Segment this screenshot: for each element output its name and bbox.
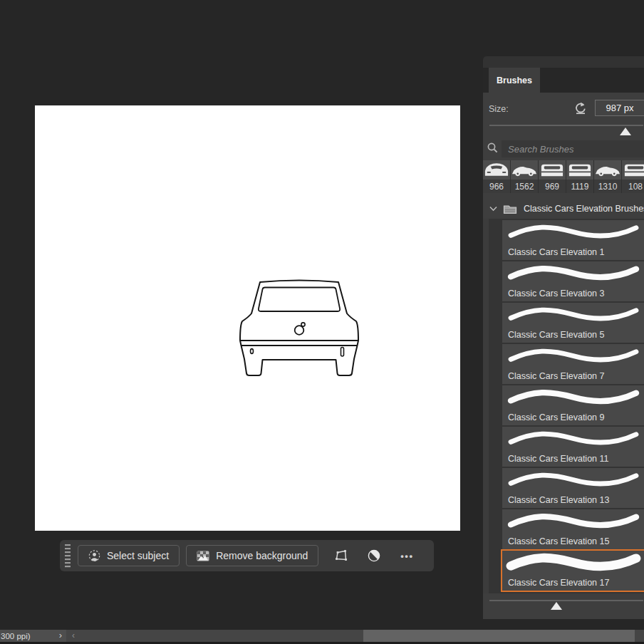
brush-list-item[interactable]: Classic Cars Elevation 17 [502, 551, 644, 591]
brush-thumbnail-car-image [594, 160, 621, 180]
brush-thumbnail-size: 969 [539, 180, 566, 193]
brush-stroke-preview [504, 262, 643, 286]
reset-size-button[interactable] [573, 101, 586, 115]
brush-thumbnail-size: 1119 [566, 180, 593, 193]
brush-size-input[interactable] [595, 100, 644, 116]
taskbar-drag-handle-icon[interactable] [64, 543, 71, 568]
remove-background-button[interactable]: Remove background [186, 545, 318, 566]
folder-icon [503, 204, 517, 214]
tab-brushes-label: Brushes [497, 76, 532, 85]
panel-tab-bar: Brushes [483, 68, 644, 93]
brush-stroke-preview [504, 427, 643, 451]
preview-size-slider-thumb[interactable] [551, 602, 562, 610]
brush-thumbnail[interactable]: 1119 [566, 160, 593, 193]
brush-list-item[interactable]: Classic Cars Elevation 1 [502, 220, 644, 260]
brush-stroke-preview [504, 510, 643, 534]
brush-list-item[interactable]: Classic Cars Elevation 3 [502, 261, 644, 301]
status-flyout-chevron-icon[interactable]: › [59, 630, 62, 641]
brush-thumbnail-car-image [566, 160, 593, 180]
brush-thumbnail-car-image [483, 160, 510, 180]
remove-background-label: Remove background [216, 550, 308, 561]
search-icon [487, 142, 499, 157]
brush-item-label: Classic Cars Elevation 15 [508, 536, 609, 546]
brush-item-label: Classic Cars Elevation 11 [508, 454, 609, 464]
brushes-panel: Brushes Size: [483, 56, 644, 619]
transform-quad-icon [334, 549, 348, 563]
brush-group-header[interactable]: Classic Cars Elevation Brushes [483, 199, 644, 219]
select-subject-button[interactable]: Select subject [78, 545, 180, 566]
brush-thumbnail[interactable]: 966 [483, 160, 510, 193]
select-subject-person-icon [88, 550, 100, 562]
brush-stroke-preview [504, 386, 643, 410]
brush-thumbnail-size: 108 [622, 180, 644, 193]
search-input[interactable] [502, 140, 644, 157]
brush-thumbnail-car-image [539, 160, 566, 180]
brush-list-item[interactable]: Classic Cars Elevation 13 [502, 468, 644, 508]
contextual-taskbar: Select subject Remove background [60, 540, 434, 571]
document-canvas[interactable] [35, 105, 460, 531]
brush-list-item[interactable]: Classic Cars Elevation 9 [502, 385, 644, 425]
brush-item-label: Classic Cars Elevation 5 [508, 330, 604, 340]
brush-item-label: Classic Cars Elevation 7 [508, 371, 604, 381]
brush-thumbnail-size: 966 [483, 180, 510, 193]
brush-stroke-preview [504, 551, 643, 575]
adjustments-button[interactable] [358, 549, 390, 563]
brush-thumbnail-size: 1310 [594, 180, 621, 193]
brush-list-item[interactable]: Classic Cars Elevation 7 [502, 344, 644, 384]
half-filled-circle-icon [367, 549, 381, 563]
document-info-text: 300 ppi) [1, 632, 31, 640]
brush-group-label: Classic Cars Elevation Brushes [524, 204, 644, 214]
more-options-button[interactable]: ••• [390, 551, 423, 561]
brush-thumbnail-car-image [622, 160, 644, 180]
brush-stroke-preview [504, 303, 643, 327]
brush-thumbnail-size: 1562 [511, 180, 538, 193]
preview-size-slider[interactable] [489, 600, 643, 601]
size-label: Size: [489, 104, 509, 114]
brush-size-slider-thumb[interactable] [620, 128, 631, 135]
panel-header-strip [483, 56, 644, 68]
brush-item-label: Classic Cars Elevation 17 [508, 578, 609, 588]
document-info-segment: 300 ppi) › [0, 630, 66, 642]
scroll-left-icon[interactable]: ‹ [72, 630, 75, 641]
brush-thumbnail-car-image [511, 160, 538, 180]
brush-stroke-preview [504, 221, 643, 244]
car-rear-outline-drawing [239, 276, 360, 380]
chevron-down-icon[interactable] [489, 206, 497, 212]
remove-background-image-icon [197, 551, 209, 561]
brush-stroke-preview [504, 469, 643, 492]
select-subject-label: Select subject [107, 550, 169, 561]
brush-item-label: Classic Cars Elevation 13 [508, 495, 609, 505]
transform-button[interactable] [325, 549, 358, 563]
brush-thumbnail[interactable]: 969 [539, 160, 566, 193]
ellipsis-icon: ••• [400, 551, 413, 561]
status-bar: 300 ppi) › ‹ [0, 630, 644, 642]
brushes-panel-body: Size: [483, 93, 644, 619]
brush-list-item[interactable]: Classic Cars Elevation 5 [502, 303, 644, 343]
brush-thumbnail[interactable]: 1310 [594, 160, 621, 193]
brush-list-item[interactable]: Classic Cars Elevation 11 [502, 427, 644, 467]
brush-thumbnail-strip: 966 1562 969 [483, 160, 644, 193]
brush-size-slider[interactable] [489, 125, 643, 126]
brush-list-item[interactable]: Classic Cars Elevation 15 [502, 509, 644, 549]
horizontal-scrollbar-thumb[interactable] [363, 630, 635, 642]
reset-icon [573, 102, 586, 115]
brush-thumbnail[interactable]: 1562 [511, 160, 538, 193]
brush-item-label: Classic Cars Elevation 1 [508, 247, 604, 257]
photoshop-workspace: Select subject Remove background [0, 0, 644, 644]
brush-stroke-preview [504, 345, 643, 368]
brush-thumbnail[interactable]: 108 [622, 160, 644, 193]
brush-list: Classic Cars Elevation 1 Classic Cars El… [483, 219, 644, 593]
tab-brushes[interactable]: Brushes [489, 68, 540, 93]
brush-item-label: Classic Cars Elevation 3 [508, 289, 604, 298]
brush-item-label: Classic Cars Elevation 9 [508, 412, 604, 422]
